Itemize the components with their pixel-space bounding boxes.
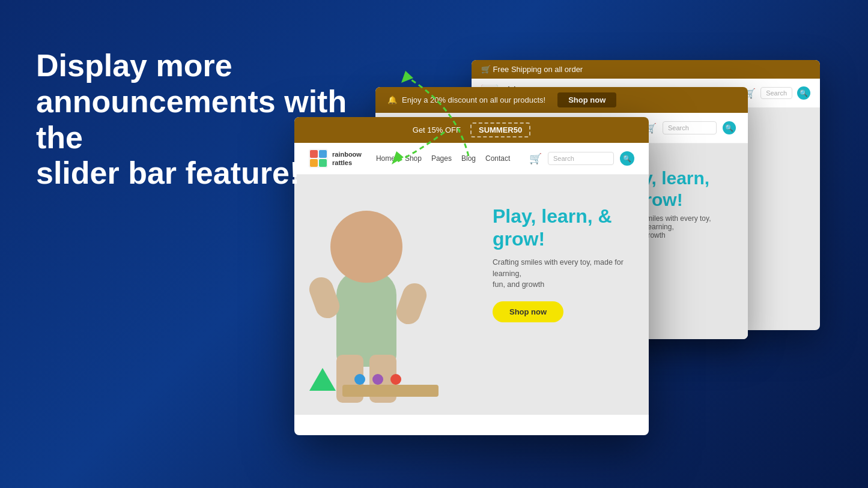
mid-nav-right: 🛒 Search 🔍 xyxy=(645,121,736,134)
front-hero-title: Play, learn, & grow! xyxy=(493,205,631,251)
back-search-btn[interactable]: 🔍 xyxy=(797,86,810,100)
front-torso xyxy=(336,271,396,367)
mid-search-box[interactable]: Search xyxy=(663,121,717,134)
front-hero-text: Play, learn, & grow! Crafting smiles wit… xyxy=(493,205,631,322)
front-toy-board xyxy=(342,385,439,397)
front-hero-area: Play, learn, & grow! Crafting smiles wit… xyxy=(294,175,649,415)
back-nav-right: 🛒 Search 🔍 xyxy=(744,86,810,100)
mid-search-btn[interactable]: 🔍 xyxy=(723,121,736,134)
front-cart-icon[interactable]: 🛒 xyxy=(529,152,542,165)
front-search-box[interactable]: Search xyxy=(548,152,614,165)
front-toy-ball-1 xyxy=(354,374,365,385)
front-head xyxy=(330,211,402,283)
headline-text: Display more xyxy=(36,48,232,83)
front-toy-ball-3 xyxy=(390,374,401,385)
dashed-arrow-icon xyxy=(360,60,493,168)
front-arm-right xyxy=(393,280,430,327)
back-announcement-bar: 🛒 Free Shipping on all order xyxy=(472,60,820,79)
front-hero-subtitle: Crafting smiles with every toy, made for… xyxy=(493,257,625,291)
back-search-box[interactable]: Search xyxy=(760,87,792,99)
front-toy-ball-2 xyxy=(372,374,383,385)
back-announcement-text: 🛒 Free Shipping on all order xyxy=(481,65,583,74)
front-nav-right: 🛒 Search 🔍 xyxy=(529,151,634,166)
front-baby-scene xyxy=(294,181,481,415)
front-search-btn[interactable]: 🔍 xyxy=(620,151,634,166)
svg-marker-0 xyxy=(401,71,413,83)
headline-text-3: slider bar feature! xyxy=(36,155,300,190)
main-headline: Display more announcements with the slid… xyxy=(36,48,348,191)
front-toy-triangle xyxy=(309,368,336,391)
mid-shop-now-button[interactable]: Shop now xyxy=(557,92,616,107)
svg-marker-1 xyxy=(392,151,404,164)
front-shop-now-button[interactable]: Shop now xyxy=(493,301,563,322)
headline-text-2: announcements with the xyxy=(36,84,347,155)
